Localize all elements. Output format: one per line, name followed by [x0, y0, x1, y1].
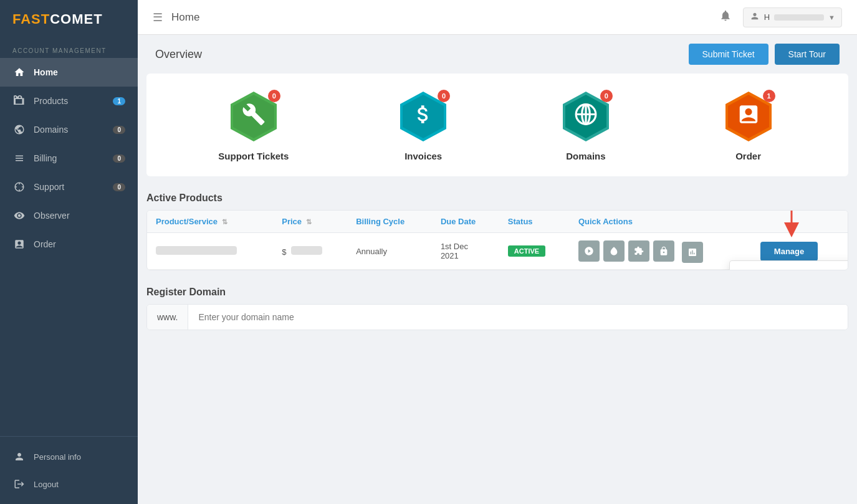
card-support-tickets[interactable]: 0 Support Tickets [218, 88, 289, 161]
lock-button[interactable] [653, 240, 674, 262]
card-domains[interactable]: 0 Domains [558, 88, 614, 161]
home-icon [12, 65, 26, 79]
domains-badge: 0 [113, 126, 125, 134]
products-table-wrap: Product/Service ⇅ Price ⇅ Billing Cycle … [146, 210, 848, 270]
support-icon [12, 180, 26, 194]
page-title: Home [171, 11, 199, 24]
card-icon-wrap: 0 [226, 88, 282, 145]
puzzle-button[interactable] [628, 240, 649, 262]
submit-ticket-button[interactable]: Submit Ticket [689, 44, 768, 65]
support-tickets-icon [242, 103, 266, 131]
domain-input-row: www. [146, 304, 848, 330]
main-content: ☰ Home H ▼ Overview Submit Ticket Start … [138, 0, 857, 504]
sidebar-bottom: Personal info Logout [0, 436, 138, 504]
card-label: Order [735, 151, 761, 161]
sidebar-item-logout[interactable]: Logout [0, 470, 138, 498]
sidebar-item-label: Billing [34, 153, 57, 163]
card-label: Support Tickets [218, 151, 289, 161]
sidebar-item-label: Domains [34, 125, 68, 135]
th-status: Status [499, 211, 570, 233]
support-tickets-badge: 0 [268, 90, 280, 102]
sidebar-item-observer[interactable]: Observer [0, 201, 138, 230]
manage-dropdown: View Details Renew Upgrade/Downgrade Cha… [729, 260, 848, 270]
order-icon [12, 237, 26, 251]
sidebar-item-label: Products [34, 96, 68, 106]
th-product[interactable]: Product/Service ⇅ [147, 211, 273, 233]
sort-icon: ⇅ [222, 218, 227, 226]
invoices-icon [411, 103, 435, 131]
menu-icon[interactable]: ☰ [153, 11, 163, 24]
products-table: Product/Service ⇅ Price ⇅ Billing Cycle … [147, 211, 848, 270]
price-cell: $ [273, 233, 347, 270]
cpanel-button[interactable] [578, 240, 600, 262]
status-badge: ACTIVE [508, 245, 545, 257]
card-order[interactable]: 1 Order [721, 88, 777, 161]
bell-icon[interactable] [717, 7, 734, 27]
www-label: www. [147, 305, 188, 330]
card-invoices[interactable]: 0 Invoices [395, 88, 451, 161]
water-button[interactable] [603, 240, 625, 262]
products-icon [12, 94, 26, 108]
dropdown-view-details[interactable]: View Details [730, 261, 848, 270]
active-products-title: Active Products [146, 186, 848, 210]
user-name-blur [774, 14, 824, 21]
section-label: ACCOUNT MANAGEMENT [0, 39, 138, 58]
domain-input[interactable] [188, 305, 848, 330]
billing-badge: 0 [113, 155, 125, 163]
stats-button[interactable] [682, 242, 703, 263]
sidebar-item-home[interactable]: Home [0, 58, 138, 87]
cards-section: 0 Support Tickets 0 [146, 74, 848, 176]
register-domain-title: Register Domain [146, 280, 848, 304]
user-avatar-icon [750, 11, 760, 24]
sidebar-item-personal-info[interactable]: Personal info [0, 443, 138, 470]
overview-header: Overview Submit Ticket Start Tour [138, 35, 857, 74]
due-date-cell: 1st Dec2021 [432, 233, 499, 270]
domains-badge: 0 [600, 90, 613, 102]
sort-icon: ⇅ [306, 218, 312, 226]
sidebar-item-order[interactable]: Order [0, 230, 138, 259]
header-right: H ▼ [717, 7, 842, 27]
observer-icon [12, 209, 26, 222]
svg-point-0 [18, 214, 21, 217]
overview-actions: Submit Ticket Start Tour [689, 44, 840, 65]
sidebar-item-label: Home [34, 67, 58, 77]
th-quick-actions: Quick Actions [570, 211, 752, 233]
th-price[interactable]: Price ⇅ [273, 211, 347, 233]
billing-cycle-cell: Annually [347, 233, 432, 270]
sidebar-item-label: Order [34, 239, 56, 249]
sidebar-item-billing[interactable]: Billing 0 [0, 144, 138, 173]
personal-info-icon [12, 450, 26, 464]
card-icon-wrap: 0 [395, 88, 451, 145]
domains-icon [574, 103, 598, 131]
quick-actions-cell [570, 233, 752, 270]
sidebar: FASTCOMET ACCOUNT MANAGEMENT Home Produc… [0, 0, 138, 504]
content-area: Overview Submit Ticket Start Tour 0 [138, 35, 857, 504]
card-icon-wrap: 0 [558, 88, 614, 145]
personal-info-label: Personal info [34, 452, 81, 462]
table-row: $ Annually 1st Dec2021 ACTIVE [147, 233, 848, 270]
quick-actions [578, 239, 743, 263]
billing-icon [12, 151, 26, 165]
sidebar-item-products[interactable]: Products 1 [0, 87, 138, 115]
table-header-row: Product/Service ⇅ Price ⇅ Billing Cycle … [147, 211, 848, 233]
start-tour-button[interactable]: Start Tour [775, 44, 840, 65]
header: ☰ Home H ▼ [138, 0, 857, 35]
order-badge: 1 [763, 90, 775, 102]
logout-icon [12, 477, 26, 491]
user-name: H [764, 12, 770, 22]
price-blur [291, 246, 322, 255]
user-menu[interactable]: H ▼ [743, 7, 842, 27]
products-badge: 1 [113, 97, 125, 105]
overview-title: Overview [155, 48, 202, 61]
manage-cell: Manage [752, 233, 848, 270]
dropdown-chevron-icon: ▼ [828, 14, 835, 21]
manage-button[interactable]: Manage [760, 242, 818, 261]
order-icon [737, 103, 760, 131]
card-icon-wrap: 1 [721, 88, 777, 145]
active-products-section: Active Products Product/Service ⇅ Price … [146, 186, 848, 270]
support-badge: 0 [113, 183, 125, 191]
status-cell: ACTIVE [499, 233, 570, 270]
sidebar-item-domains[interactable]: Domains 0 [0, 115, 138, 144]
sidebar-item-support[interactable]: Support 0 [0, 173, 138, 201]
logo-text: FASTCOMET [12, 11, 103, 27]
